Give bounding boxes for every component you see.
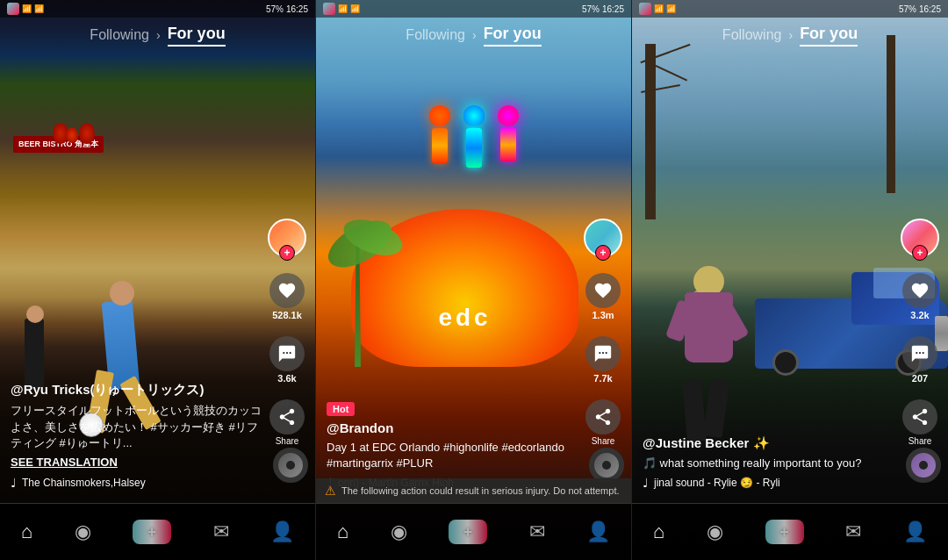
share-button-1[interactable]: Share: [269, 399, 305, 446]
status-right-1: 57% 16:25: [266, 4, 308, 14]
nav-sep-1: ›: [156, 28, 161, 42]
add-button-3[interactable]: [765, 520, 804, 544]
nav-home-2[interactable]: ⌂: [333, 518, 353, 546]
panel-1: BEER BISTRO 角屋本 📶 📶 57% 16:25 Following: [0, 0, 316, 560]
status-right-3: 57% 16:25: [899, 4, 941, 14]
nav-discover-3[interactable]: ◉: [702, 518, 728, 546]
see-translation-1[interactable]: SEE TRANSLATION: [11, 456, 262, 469]
comment-count-3: 207: [912, 373, 928, 384]
add-button-2[interactable]: [449, 520, 487, 544]
music-info-1: ♩ The Chainsmokers,Halsey: [11, 476, 262, 490]
nav-me-1[interactable]: 👤: [266, 518, 298, 546]
nav-sep-3: ›: [788, 28, 793, 42]
performers: [429, 105, 519, 168]
svg-point-4: [602, 352, 604, 354]
like-count-1: 528.1k: [272, 310, 302, 320]
add-button-1[interactable]: [133, 520, 171, 544]
nav-home-3[interactable]: ⌂: [649, 518, 669, 546]
avatar-1[interactable]: +: [268, 219, 306, 257]
svg-point-3: [599, 352, 600, 354]
comment-icon-1: [269, 336, 305, 371]
comment-button-1[interactable]: 3.6k: [269, 336, 305, 384]
battery-2: 57%: [582, 4, 600, 14]
content-info-1: @Ryu Tricks(りゅートリックス) フリースタイルフットボールという競技…: [11, 382, 262, 490]
nav-me-3[interactable]: 👤: [899, 518, 931, 546]
nav-foryou-1[interactable]: For you: [168, 25, 226, 47]
time-2: 16:25: [602, 4, 624, 14]
nav-following-2[interactable]: Following: [406, 27, 465, 43]
avatar-2[interactable]: +: [584, 219, 622, 257]
status-right-2: 57% 16:25: [582, 4, 624, 14]
nav-following-3[interactable]: Following: [722, 27, 782, 43]
edc-visual: edc: [342, 191, 587, 367]
carrier-3: 📶 📶: [654, 4, 676, 13]
content-info-2: Hot @Brandon Day 1 at EDC Orlando #higho…: [327, 400, 578, 490]
app-icon-1: [7, 3, 19, 15]
nav-discover-2[interactable]: ◉: [386, 518, 412, 546]
username-2[interactable]: @Brandon: [327, 420, 578, 435]
inbox-icon-3: ✉: [845, 522, 861, 542]
heart-icon-3: [902, 273, 937, 308]
nav-discover-1[interactable]: ◉: [70, 518, 96, 546]
share-icon-3: [902, 399, 937, 434]
music-disc-3: [906, 448, 941, 483]
music-icon-1: ♩: [11, 476, 17, 490]
bottom-nav-3: ⌂ ◉ ✉ 👤: [632, 503, 948, 560]
svg-point-1: [286, 352, 288, 354]
username-3[interactable]: @Justine Becker ✨: [643, 435, 895, 451]
comment-count-2: 7.7k: [593, 373, 612, 384]
music-text-1: The Chainsmokers,Halsey: [22, 477, 146, 489]
nav-add-2[interactable]: [444, 515, 492, 549]
bottom-nav-1: ⌂ ◉ ✉ 👤: [0, 503, 315, 560]
like-count-2: 1.3m: [592, 310, 614, 320]
warning-bar: ⚠ The following action could result in s…: [316, 478, 631, 503]
nav-sep-2: ›: [472, 28, 477, 42]
comment-button-2[interactable]: 7.7k: [585, 336, 621, 384]
discover-icon-3: ◉: [707, 522, 723, 542]
music-text-3: jinal sound - Rylie 😏 - Ryli: [654, 477, 780, 489]
carrier-2: 📶 📶: [338, 4, 360, 13]
comment-button-3[interactable]: 207: [902, 336, 937, 384]
nav-following-1[interactable]: Following: [90, 27, 149, 43]
nav-me-2[interactable]: 👤: [582, 518, 614, 546]
panel-3: 📶 📶 57% 16:25 Following › For you + 3.2k…: [632, 0, 948, 560]
share-button-3[interactable]: Share: [902, 399, 937, 446]
nav-foryou-2[interactable]: For you: [484, 25, 542, 47]
heart-icon-2: [585, 273, 621, 308]
username-1[interactable]: @Ryu Tricks(りゅートリックス): [11, 382, 262, 398]
discover-icon-2: ◉: [391, 522, 407, 542]
bottom-nav-2: ⌂ ◉ ✉ 👤: [316, 503, 631, 560]
content-info-3: @Justine Becker ✨ 🎵 what something reall…: [643, 435, 895, 490]
profile-icon-3: 👤: [903, 522, 927, 542]
nav-inbox-3[interactable]: ✉: [841, 518, 865, 546]
music-disc-2: [589, 448, 624, 483]
like-button-3[interactable]: 3.2k: [902, 273, 937, 320]
music-icon-3: ♩: [643, 476, 649, 490]
nav-foryou-3[interactable]: For you: [800, 25, 858, 47]
home-icon-3: ⌂: [653, 522, 664, 542]
nav-inbox-1[interactable]: ✉: [209, 518, 233, 546]
share-icon-2: [585, 399, 621, 434]
like-button-1[interactable]: 528.1k: [269, 273, 305, 320]
inbox-icon-1: ✉: [213, 522, 229, 542]
nav-home-1[interactable]: ⌂: [17, 518, 37, 546]
status-bar-2: 📶 📶 57% 16:25: [316, 0, 631, 18]
like-count-3: 3.2k: [910, 310, 929, 320]
avatar-3[interactable]: +: [901, 219, 939, 257]
nav-inbox-2[interactable]: ✉: [525, 518, 549, 546]
status-bar-1: 📶 📶 57% 16:25: [0, 0, 315, 18]
svg-point-2: [290, 352, 291, 354]
status-left-3: 📶 📶: [639, 3, 676, 15]
like-button-2[interactable]: 1.3m: [585, 273, 621, 320]
nav-add-1[interactable]: [128, 515, 176, 549]
nav-add-3[interactable]: [761, 515, 808, 549]
svg-point-0: [283, 352, 284, 354]
comment-icon-2: [585, 336, 621, 371]
heart-icon-1: [269, 273, 305, 308]
share-label-3: Share: [908, 436, 932, 446]
description-2: Day 1 at EDC Orlando #highonlife #edcorl…: [327, 440, 578, 471]
comment-count-1: 3.6k: [277, 373, 296, 384]
share-button-2[interactable]: Share: [585, 399, 621, 446]
inbox-icon-2: ✉: [529, 522, 545, 542]
description-1: フリースタイルフットボールという競技のカッコよさ、美しさを広めたい！ #サッカー…: [11, 403, 262, 451]
